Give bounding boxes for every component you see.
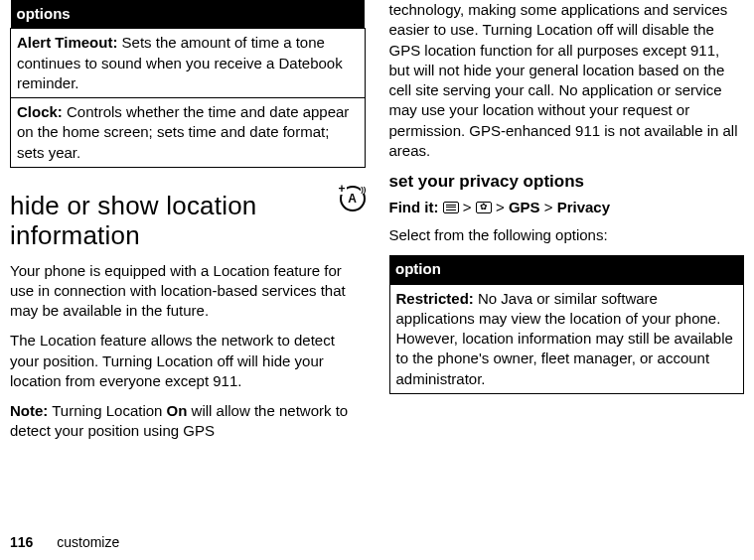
options-table-header: option: [389, 255, 744, 284]
option-text: Controls whether the time and date appea…: [17, 103, 349, 161]
path-privacy: Privacy: [557, 199, 610, 215]
note-label: Note:: [10, 402, 48, 419]
plus-icon: +: [338, 183, 347, 195]
body-paragraph-continued: technology, making some applications and…: [389, 0, 745, 161]
options-table-header: options: [11, 0, 366, 29]
path-sep: >: [540, 199, 557, 215]
options-table-left: options Alert Timeout: Sets the amount o…: [10, 0, 366, 168]
path-gps: GPS: [509, 199, 540, 215]
note-on: On: [167, 402, 188, 419]
option-label: Clock:: [17, 103, 63, 120]
menu-key-icon: [443, 202, 459, 213]
page-number: 116: [10, 534, 33, 550]
tools-key-icon: [476, 202, 492, 213]
find-it-path: Find it: > > GPS > Privacy: [389, 198, 745, 217]
option-label: Restricted:: [396, 290, 474, 307]
table-row: Restricted: No Java or similar software …: [389, 284, 744, 393]
body-paragraph: Select from the following options:: [389, 225, 745, 245]
body-paragraph: The Location feature allows the network …: [10, 331, 366, 391]
body-paragraph: Note: Turning Location On will allow the…: [10, 401, 366, 442]
findit-label: Find it:: [389, 199, 439, 215]
table-row: Alert Timeout: Sets the amount of time a…: [11, 29, 366, 98]
signal-icon: )): [361, 186, 366, 194]
icon-letter: A: [348, 191, 357, 207]
path-sep: >: [492, 199, 509, 215]
table-row: Clock: Controls whether the time and dat…: [11, 98, 366, 168]
subsection-heading: set your privacy options: [389, 171, 745, 194]
option-label: Alert Timeout:: [17, 34, 117, 51]
note-text-a: Turning Location: [48, 402, 166, 419]
page-footer: 116 customize: [10, 533, 119, 552]
footer-section: customize: [57, 534, 119, 550]
path-sep: >: [459, 199, 476, 215]
body-paragraph: Your phone is equipped with a Location f…: [10, 261, 366, 322]
section-heading: hide or show location information: [10, 192, 334, 251]
feature-icon: + A )): [340, 186, 366, 211]
options-table-right: option Restricted: No Java or similar so…: [389, 255, 745, 394]
